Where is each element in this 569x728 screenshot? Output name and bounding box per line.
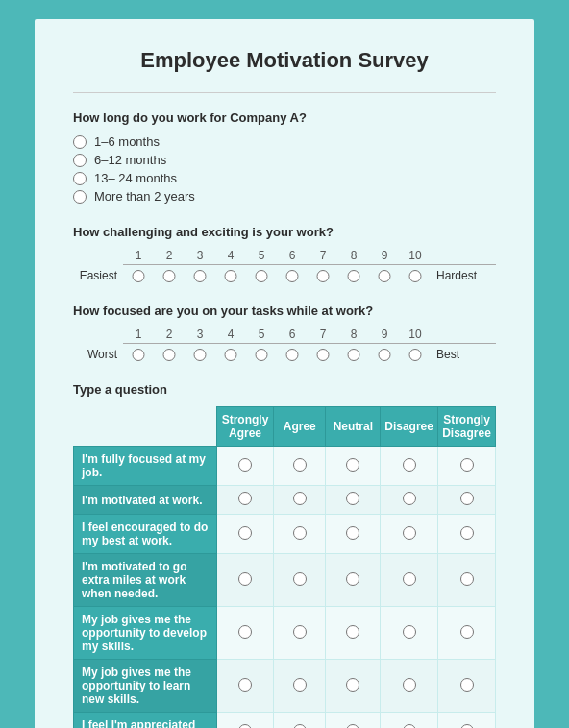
table-cell-4-2[interactable] xyxy=(326,607,381,660)
table-cell-3-3[interactable] xyxy=(381,554,438,607)
section3-scale-row: Worst Best xyxy=(73,348,496,361)
section1-options: 1–6 months6–12 months13– 24 monthsMore t… xyxy=(73,134,496,204)
section1-question: How long do you work for Company A? xyxy=(73,110,496,125)
table-cell-4-3[interactable] xyxy=(381,607,438,660)
title-divider xyxy=(73,92,496,93)
table-cell-6-3[interactable] xyxy=(381,713,438,729)
table-row: My job gives me the opportunity to learn… xyxy=(74,660,496,713)
table-cell-6-4[interactable] xyxy=(438,713,496,729)
table-cell-0-1[interactable] xyxy=(274,447,326,486)
table-row-label-1: I'm motivated at work. xyxy=(74,486,217,515)
table-cell-1-4[interactable] xyxy=(438,486,496,515)
table-cell-0-4[interactable] xyxy=(438,447,496,486)
table-body: I'm fully focused at my job.I'm motivate… xyxy=(74,447,496,729)
table-cell-6-1[interactable] xyxy=(274,713,326,729)
survey-container: Employee Motivation Survey How long do y… xyxy=(35,19,534,728)
table-cell-2-4[interactable] xyxy=(438,515,496,554)
table-cell-3-1[interactable] xyxy=(274,554,326,607)
table-row: I'm motivated at work. xyxy=(74,486,496,515)
section2-scale-divider xyxy=(123,264,496,265)
section3-scale-numbers: 12345678910 xyxy=(123,328,496,341)
table-header-0: Strongly Agree xyxy=(216,407,273,447)
table-row-label-4: My job gives me the opportunity to devel… xyxy=(74,607,217,660)
table-row-label-2: I feel encouraged to do my best at work. xyxy=(74,515,217,554)
table-cell-2-3[interactable] xyxy=(381,515,438,554)
section2-scale-wrapper: 12345678910 Easiest Hardest xyxy=(73,249,496,282)
table-cell-0-3[interactable] xyxy=(381,447,438,486)
section3-scale-wrapper: 12345678910 Worst Best xyxy=(73,328,496,361)
table-header-4: Strongly Disagree xyxy=(438,407,496,447)
table-cell-2-2[interactable] xyxy=(326,515,381,554)
section1-option-3[interactable]: More than 2 years xyxy=(73,189,496,204)
table-cell-4-0[interactable] xyxy=(216,607,273,660)
table-cell-4-4[interactable] xyxy=(438,607,496,660)
section2-question: How challenging and exciting is your wor… xyxy=(73,225,496,239)
table-row-label-0: I'm fully focused at my job. xyxy=(74,447,217,486)
table-row-label-5: My job gives me the opportunity to learn… xyxy=(74,660,217,713)
table-cell-6-2[interactable] xyxy=(326,713,381,729)
table-cell-1-2[interactable] xyxy=(326,486,381,515)
section2-left-label: Easiest xyxy=(73,269,123,282)
section3-question: How focused are you on your tasks while … xyxy=(73,303,496,318)
table-cell-5-2[interactable] xyxy=(326,660,381,713)
table-header-3: Disagree xyxy=(381,407,438,447)
table-cell-1-3[interactable] xyxy=(381,486,438,515)
section-employment-duration: How long do you work for Company A? 1–6 … xyxy=(73,110,496,204)
table-cell-6-0[interactable] xyxy=(216,713,273,729)
table-cell-5-1[interactable] xyxy=(274,660,326,713)
section4-question: Type a question xyxy=(73,382,496,397)
table-cell-0-2[interactable] xyxy=(326,447,381,486)
section-table: Type a question Strongly AgreeAgreeNeutr… xyxy=(73,382,496,728)
section-focused-tasks: How focused are you on your tasks while … xyxy=(73,303,496,361)
table-row-label-6: I feel I'm appreciated at work. xyxy=(74,713,217,729)
table-row: I feel I'm appreciated at work. xyxy=(74,713,496,729)
section2-right-label: Hardest xyxy=(431,269,477,282)
section2-radios[interactable] xyxy=(123,270,431,282)
table-cell-2-0[interactable] xyxy=(216,515,273,554)
table-header-1: Agree xyxy=(274,407,326,447)
table-cell-1-0[interactable] xyxy=(216,486,273,515)
table-cell-5-0[interactable] xyxy=(216,660,273,713)
table-cell-3-0[interactable] xyxy=(216,554,273,607)
table-cell-3-4[interactable] xyxy=(438,554,496,607)
table-cell-5-4[interactable] xyxy=(438,660,496,713)
table-cell-4-1[interactable] xyxy=(274,607,326,660)
section1-option-1[interactable]: 6–12 months xyxy=(73,153,496,167)
table-row: I'm fully focused at my job. xyxy=(74,447,496,486)
section3-right-label: Best xyxy=(431,348,459,361)
table-header-2: Neutral xyxy=(326,407,381,447)
section2-scale-numbers: 12345678910 xyxy=(123,249,496,262)
survey-title: Employee Motivation Survey xyxy=(73,48,496,73)
table-header-row: Strongly AgreeAgreeNeutralDisagreeStrong… xyxy=(74,407,496,447)
section-challenging-work: How challenging and exciting is your wor… xyxy=(73,225,496,282)
table-cell-5-3[interactable] xyxy=(381,660,438,713)
table-row: My job gives me the opportunity to devel… xyxy=(74,607,496,660)
section2-scale-row: Easiest Hardest xyxy=(73,269,496,282)
section3-left-label: Worst xyxy=(73,348,123,361)
section1-option-2[interactable]: 13– 24 months xyxy=(73,171,496,185)
section1-option-0[interactable]: 1–6 months xyxy=(73,134,496,149)
table-header-empty xyxy=(74,407,217,447)
table-row-label-3: I'm motivated to go extra miles at work … xyxy=(74,554,217,607)
table-row: I feel encouraged to do my best at work. xyxy=(74,515,496,554)
section3-radios[interactable] xyxy=(123,349,431,361)
section3-scale-divider xyxy=(123,343,496,344)
table-cell-2-1[interactable] xyxy=(274,515,326,554)
table-row: I'm motivated to go extra miles at work … xyxy=(74,554,496,607)
survey-table: Strongly AgreeAgreeNeutralDisagreeStrong… xyxy=(73,406,496,728)
table-cell-1-1[interactable] xyxy=(274,486,326,515)
table-cell-0-0[interactable] xyxy=(216,447,273,486)
table-cell-3-2[interactable] xyxy=(326,554,381,607)
